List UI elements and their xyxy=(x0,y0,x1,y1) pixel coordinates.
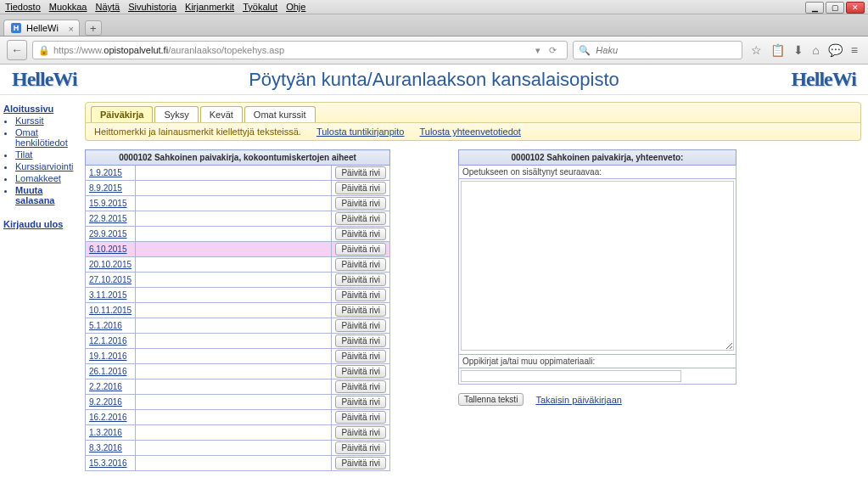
topic-cell[interactable] xyxy=(136,318,332,334)
date-link[interactable]: 20.10.2015 xyxy=(89,260,132,269)
sidebar-item[interactable]: Kurssit xyxy=(15,115,81,126)
download-icon[interactable]: ⬇ xyxy=(793,43,804,57)
update-row-button[interactable]: Päivitä rivi xyxy=(335,166,386,179)
menu-item[interactable]: Näytä xyxy=(95,2,120,12)
update-row-button[interactable]: Päivitä rivi xyxy=(335,273,386,286)
update-row-button[interactable]: Päivitä rivi xyxy=(335,426,386,439)
update-row-button[interactable]: Päivitä rivi xyxy=(335,380,386,393)
update-row-button[interactable]: Päivitä rivi xyxy=(335,365,386,378)
topic-cell[interactable] xyxy=(136,441,332,456)
minimize-button[interactable]: ▁ xyxy=(805,2,824,14)
topic-cell[interactable] xyxy=(136,364,332,379)
date-link[interactable]: 29.9.2015 xyxy=(89,229,127,239)
topic-cell[interactable] xyxy=(136,181,332,196)
topic-cell[interactable] xyxy=(136,303,332,318)
menu-item[interactable]: Sivuhistoria xyxy=(128,2,176,12)
url-field[interactable]: 🔒 https://www.opistopalvelut.fi/auranlaa… xyxy=(32,41,568,59)
update-row-button[interactable]: Päivitä rivi xyxy=(335,228,386,240)
close-button[interactable]: ✕ xyxy=(846,2,865,14)
materials-input[interactable] xyxy=(461,370,681,382)
sidebar-home[interactable]: Aloitussivu xyxy=(3,104,81,114)
date-link[interactable]: 8.9.2015 xyxy=(89,183,122,193)
date-link[interactable]: 22.9.2015 xyxy=(89,214,127,223)
topic-cell[interactable] xyxy=(136,379,332,395)
tab-close-icon[interactable]: × xyxy=(68,24,73,34)
date-link[interactable]: 12.1.2016 xyxy=(89,336,127,346)
date-link[interactable]: 2.2.2016 xyxy=(89,382,122,391)
topic-cell[interactable] xyxy=(136,349,332,364)
sidebar-item[interactable]: Omat henkilötiedot xyxy=(15,127,81,148)
date-link[interactable]: 5.1.2016 xyxy=(89,321,122,330)
star-icon[interactable]: ☆ xyxy=(751,43,762,57)
date-link[interactable]: 1.3.2016 xyxy=(89,428,122,437)
print-link-1[interactable]: Tulosta tuntikirjanpito xyxy=(316,126,405,137)
update-row-button[interactable]: Päivitä rivi xyxy=(335,411,386,424)
date-link[interactable]: 27.10.2015 xyxy=(89,275,132,284)
date-link[interactable]: 10.11.2015 xyxy=(89,306,132,315)
topic-cell[interactable] xyxy=(136,456,332,471)
new-tab-button[interactable]: + xyxy=(85,20,102,36)
topic-cell[interactable] xyxy=(136,395,332,410)
reload-icon[interactable]: ⟳ xyxy=(544,45,562,56)
date-link[interactable]: 9.2.2016 xyxy=(89,397,122,407)
date-link[interactable]: 26.1.2016 xyxy=(89,367,127,376)
topic-cell[interactable] xyxy=(136,334,332,349)
back-to-diary-link[interactable]: Takaisin päiväkirjaan xyxy=(535,395,622,405)
update-row-button[interactable]: Päivitä rivi xyxy=(335,182,386,194)
topic-cell[interactable] xyxy=(136,196,332,211)
browser-search[interactable]: 🔍 xyxy=(573,41,742,59)
inner-tab[interactable]: Päiväkirja xyxy=(91,106,153,122)
menu-item[interactable]: Tiedosto xyxy=(5,2,41,12)
date-link[interactable]: 1.9.2015 xyxy=(89,168,122,177)
url-dropdown-icon[interactable]: ▾ xyxy=(535,45,540,56)
sidebar-item[interactable]: Muuta salasana xyxy=(15,185,81,205)
date-link[interactable]: 15.3.2016 xyxy=(89,458,127,468)
menu-item[interactable]: Työkalut xyxy=(243,2,277,12)
menu-icon[interactable]: ≡ xyxy=(851,43,858,57)
date-link[interactable]: 3.11.2015 xyxy=(89,290,127,300)
update-row-button[interactable]: Päivitä rivi xyxy=(335,258,386,271)
update-row-button[interactable]: Päivitä rivi xyxy=(335,197,386,210)
menu-item[interactable]: Ohje xyxy=(286,2,305,12)
topic-cell[interactable] xyxy=(136,211,332,227)
print-link-2[interactable]: Tulosta yhteenvetotiedot xyxy=(419,126,520,137)
menu-item[interactable]: Kirjanmerkit xyxy=(185,2,234,12)
maximize-button[interactable]: ▢ xyxy=(826,2,844,14)
inner-tab[interactable]: Syksy xyxy=(154,106,198,122)
update-row-button[interactable]: Päivitä rivi xyxy=(335,441,386,454)
update-row-button[interactable]: Päivitä rivi xyxy=(335,396,386,408)
topic-cell[interactable] xyxy=(136,227,332,242)
topic-cell[interactable] xyxy=(136,288,332,303)
chat-icon[interactable]: 💬 xyxy=(828,43,843,57)
date-link[interactable]: 8.3.2016 xyxy=(89,443,122,452)
menu-item[interactable]: Muokkaa xyxy=(49,2,87,12)
update-row-button[interactable]: Päivitä rivi xyxy=(335,457,386,469)
search-input[interactable] xyxy=(596,45,736,55)
topic-cell[interactable] xyxy=(136,410,332,425)
date-link[interactable]: 15.9.2015 xyxy=(89,199,127,208)
update-row-button[interactable]: Päivitä rivi xyxy=(335,304,386,317)
topic-cell[interactable] xyxy=(136,273,332,288)
home-icon[interactable]: ⌂ xyxy=(812,43,819,57)
summary-textarea[interactable] xyxy=(461,181,734,351)
inner-tab[interactable]: Kevät xyxy=(200,106,243,122)
update-row-button[interactable]: Päivitä rivi xyxy=(335,243,386,256)
date-link[interactable]: 6.10.2015 xyxy=(89,244,127,254)
sidebar-item[interactable]: Lomakkeet xyxy=(15,173,81,183)
save-text-button[interactable]: Tallenna teksti xyxy=(458,393,524,406)
inner-tab[interactable]: Omat kurssit xyxy=(244,106,316,122)
clipboard-icon[interactable]: 📋 xyxy=(770,43,785,57)
sidebar-logout[interactable]: Kirjaudu ulos xyxy=(3,219,81,229)
update-row-button[interactable]: Päivitä rivi xyxy=(335,319,386,332)
topic-cell[interactable] xyxy=(136,425,332,441)
update-row-button[interactable]: Päivitä rivi xyxy=(335,334,386,347)
sidebar-item[interactable]: Tilat xyxy=(15,149,81,160)
back-button[interactable]: ← xyxy=(7,40,27,60)
date-link[interactable]: 19.1.2016 xyxy=(89,351,127,361)
topic-cell[interactable] xyxy=(136,242,332,257)
update-row-button[interactable]: Päivitä rivi xyxy=(335,212,386,225)
update-row-button[interactable]: Päivitä rivi xyxy=(335,289,386,301)
update-row-button[interactable]: Päivitä rivi xyxy=(335,350,386,363)
topic-cell[interactable] xyxy=(136,257,332,273)
browser-tab[interactable]: H HelleWi × xyxy=(3,20,80,36)
